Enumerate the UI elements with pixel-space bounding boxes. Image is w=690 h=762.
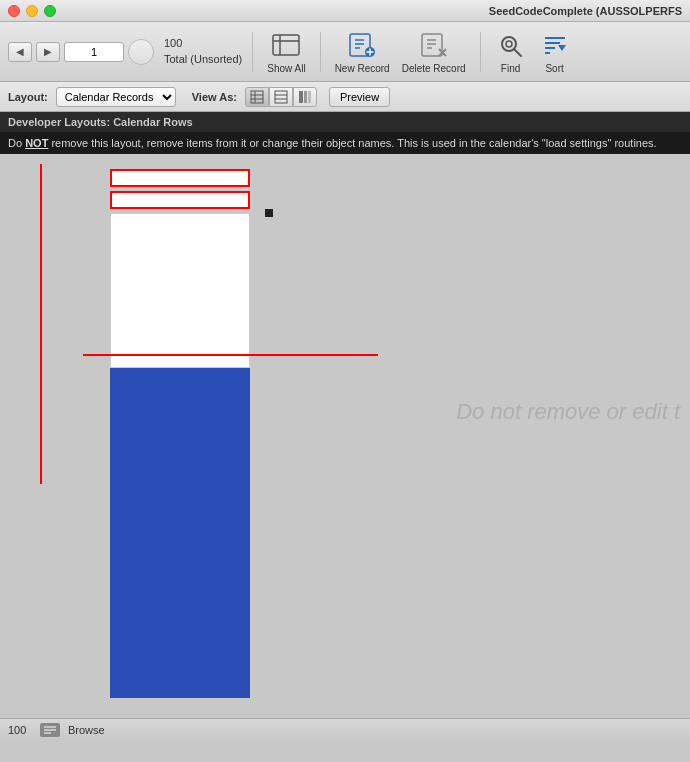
delete-record-label: Delete Record [402,63,466,74]
white-section [110,213,250,368]
preview-button[interactable]: Preview [329,87,390,107]
back-button[interactable]: ◀ [8,42,32,62]
content-panel [110,169,255,698]
show-all-action[interactable]: Show All [263,27,309,76]
watermark-text: Do not remove or edit t [456,399,680,425]
svg-rect-28 [275,91,287,103]
record-count: 100 Total (Unsorted) [164,36,242,67]
delete-record-icon [418,29,450,61]
warning-text: Do NOT remove this layout, remove items … [8,137,657,149]
maximize-button[interactable] [44,5,56,17]
field-box-bottom[interactable] [110,191,250,209]
status-label: Browse [68,724,105,736]
total-count: 100 [164,36,182,51]
field-box-top[interactable] [110,169,250,187]
total-label: Total (Unsorted) [164,52,242,67]
black-square-marker [265,209,273,217]
show-all-label: Show All [267,63,305,74]
titlebar: SeedCodeComplete (AUSSOLPERFS [0,0,690,22]
svg-point-18 [506,41,512,47]
window-title: SeedCodeComplete (AUSSOLPERFS [489,5,682,17]
minimize-button[interactable] [26,5,38,17]
status-bar: 100 Browse [0,718,690,740]
sort-status-icon [128,39,154,65]
main-content: Do not remove or edit t 100 Browse [0,154,690,740]
status-number: 100 [8,724,32,736]
show-all-icon [270,29,302,61]
svg-rect-33 [308,91,311,103]
close-button[interactable] [8,5,20,17]
record-number-input[interactable] [64,42,124,62]
svg-rect-24 [251,91,263,103]
svg-rect-31 [299,91,303,103]
separator-3 [480,32,481,72]
new-record-label: New Record [335,63,390,74]
navigation-group: ◀ ▶ 100 Total (Unsorted) [8,36,242,67]
view-column-button[interactable] [293,87,317,107]
separator-2 [320,32,321,72]
sort-action[interactable]: Sort [535,27,575,76]
svg-rect-0 [273,35,299,55]
view-buttons [245,87,317,107]
red-vertical-line-left [40,164,42,484]
view-list-button[interactable] [245,87,269,107]
blue-section [110,368,250,698]
sort-label: Sort [545,63,563,74]
developer-banner-text: Developer Layouts: Calendar Rows [8,116,193,128]
svg-marker-23 [558,45,566,51]
toolbar: ◀ ▶ 100 Total (Unsorted) Show All [0,22,690,82]
delete-record-action[interactable]: Delete Record [398,27,470,76]
sort-icon [539,29,571,61]
layout-select[interactable]: Calendar Records [56,87,176,107]
view-as-label: View As: [192,91,237,103]
separator-1 [252,32,253,72]
new-record-icon [346,29,378,61]
find-action[interactable]: Find [491,27,531,76]
status-icon [40,723,60,737]
window-controls [8,5,56,17]
developer-banner: Developer Layouts: Calendar Rows [0,112,690,132]
find-icon [495,29,527,61]
view-grid-button[interactable] [269,87,293,107]
warning-bar: Do NOT remove this layout, remove items … [0,132,690,154]
find-label: Find [501,63,520,74]
new-record-action[interactable]: New Record [331,27,394,76]
svg-rect-32 [304,91,307,103]
svg-line-17 [514,49,521,56]
forward-button[interactable]: ▶ [36,42,60,62]
layout-bar: Layout: Calendar Records View As: [0,82,690,112]
svg-rect-10 [422,34,442,56]
layout-label: Layout: [8,91,48,103]
red-horizontal-line [83,354,378,356]
